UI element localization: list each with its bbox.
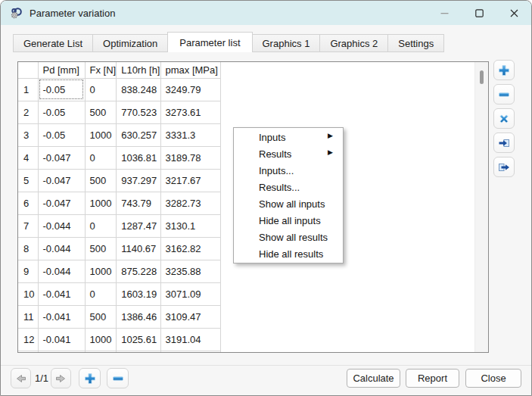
previous-page-button[interactable] xyxy=(11,368,31,388)
table-row[interactable]: 10 -0.041 0 1603.19 3071.09 xyxy=(18,282,220,305)
column-header-pmax[interactable]: pmax [MPa] xyxy=(160,62,220,78)
tab-bar: Generate List Optimization Parameter lis… xyxy=(13,32,443,52)
close-button[interactable]: Close xyxy=(465,369,521,388)
table-row[interactable]: 11 -0.041 500 1386.46 3109.47 xyxy=(18,305,220,328)
focused-cell[interactable]: -0.05 xyxy=(38,78,85,101)
side-toolbar xyxy=(493,60,515,177)
arrow-left-icon xyxy=(14,373,27,385)
tab-parameter-list[interactable]: Parameter list xyxy=(167,32,252,52)
minus-icon xyxy=(112,373,124,385)
menu-item-hide-all-inputs[interactable]: Hide all inputs xyxy=(234,212,343,229)
menu-item-hide-all-results[interactable]: Hide all results xyxy=(234,245,343,262)
import-icon xyxy=(498,137,510,149)
minimize-icon xyxy=(440,9,449,17)
report-button[interactable]: Report xyxy=(406,369,459,388)
export-icon xyxy=(498,161,510,173)
corner-header-cell xyxy=(18,62,38,78)
close-icon xyxy=(510,9,518,17)
column-header-fx[interactable]: Fx [N] xyxy=(85,62,117,78)
add-page-button[interactable] xyxy=(79,368,101,388)
column-header-pd[interactable]: Pd [mm] xyxy=(38,62,85,78)
export-button[interactable] xyxy=(493,157,515,177)
table-header-row: Pd [mm] Fx [N] L10rh [h] pmax [MPa] xyxy=(18,62,220,78)
table-row[interactable]: 6 -0.047 1000 743.79 3282.73 xyxy=(18,192,220,214)
maximize-icon xyxy=(475,9,484,17)
close-window-button[interactable] xyxy=(496,1,531,25)
footer-bar: 1/1 Calculate Report Close xyxy=(1,366,531,396)
add-row-button[interactable] xyxy=(493,60,515,80)
dialog-body: Generate List Optimization Parameter lis… xyxy=(1,25,531,396)
table-row-partial xyxy=(18,351,220,353)
menu-item-inputs-dialog[interactable]: Inputs... xyxy=(234,162,343,179)
tab-settings[interactable]: Settings xyxy=(387,34,444,52)
tab-graphics-2[interactable]: Graphics 2 xyxy=(319,34,388,52)
delete-all-button[interactable] xyxy=(493,108,515,129)
bearing-app-icon xyxy=(10,7,23,20)
submenu-arrow-icon: ▶ xyxy=(328,132,333,139)
plus-icon xyxy=(498,64,510,76)
tab-generate-list[interactable]: Generate List xyxy=(13,34,93,52)
table-row[interactable]: 7 -0.044 0 1287.47 3130.1 xyxy=(18,214,220,237)
tab-graphics-1[interactable]: Graphics 1 xyxy=(252,34,321,52)
table-row[interactable]: 1 -0.05 0 838.248 3249.79 xyxy=(18,78,220,101)
calculate-button[interactable]: Calculate xyxy=(347,369,400,388)
plus-icon xyxy=(84,373,96,385)
table-row[interactable]: 12 -0.041 1000 1025.61 3191.04 xyxy=(18,328,220,351)
minimize-button[interactable] xyxy=(427,1,462,25)
parameter-variation-dialog: Parameter variation Generate List Optimi… xyxy=(0,0,532,396)
window-title: Parameter variation xyxy=(30,8,115,19)
table-row[interactable]: 9 -0.044 1000 875.228 3235.88 xyxy=(18,260,220,282)
table-row[interactable]: 8 -0.044 500 1140.67 3162.82 xyxy=(18,237,220,260)
next-page-button[interactable] xyxy=(51,368,71,388)
minus-icon xyxy=(498,89,510,101)
menu-item-show-all-inputs[interactable]: Show all inputs xyxy=(234,195,343,212)
context-menu: Inputs ▶ Results ▶ Inputs... Results... … xyxy=(233,127,344,263)
maximize-button[interactable] xyxy=(462,1,496,25)
column-header-l10rh[interactable]: L10rh [h] xyxy=(117,62,160,78)
menu-item-show-all-results[interactable]: Show all results xyxy=(234,229,343,245)
menu-item-inputs-submenu[interactable]: Inputs ▶ xyxy=(234,129,343,145)
remove-row-button[interactable] xyxy=(493,84,515,104)
table-row[interactable]: 5 -0.047 500 937.297 3217.67 xyxy=(18,169,220,192)
remove-page-button[interactable] xyxy=(107,368,129,388)
titlebar: Parameter variation xyxy=(1,1,531,25)
page-indicator: 1/1 xyxy=(32,368,51,388)
cross-icon xyxy=(498,113,510,125)
menu-item-results-submenu[interactable]: Results ▶ xyxy=(234,145,343,162)
table-row[interactable]: 2 -0.05 500 770.523 3273.61 xyxy=(18,101,220,123)
menu-item-results-dialog[interactable]: Results... xyxy=(234,179,343,195)
vertical-scrollbar[interactable] xyxy=(474,62,488,352)
import-button[interactable] xyxy=(493,133,515,153)
submenu-arrow-icon: ▶ xyxy=(328,148,333,156)
table-row[interactable]: 4 -0.047 0 1036.81 3189.78 xyxy=(18,146,220,169)
arrow-right-icon xyxy=(54,373,67,385)
scrollbar-thumb[interactable] xyxy=(480,70,484,84)
tab-optimization[interactable]: Optimization xyxy=(92,34,168,52)
table-row[interactable]: 3 -0.05 1000 630.257 3331.3 xyxy=(18,123,220,146)
